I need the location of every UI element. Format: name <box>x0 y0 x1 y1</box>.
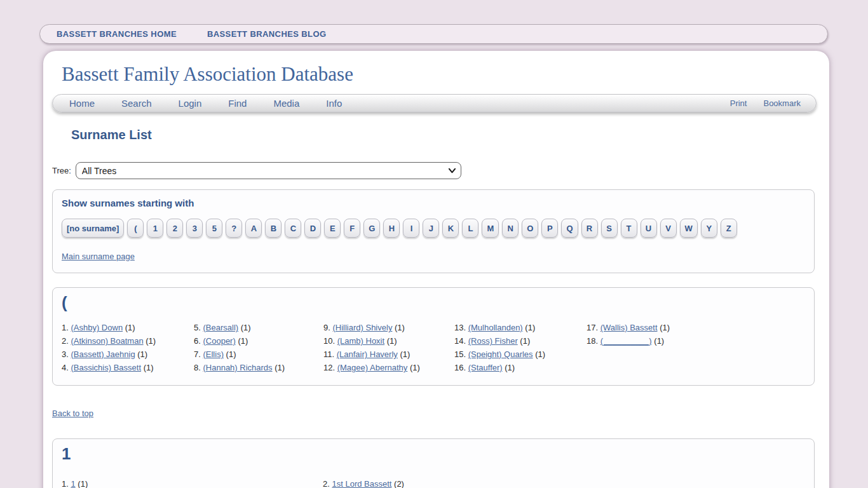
surname-letter-button-r[interactable]: R <box>581 219 598 238</box>
surname-count: (1) <box>395 323 405 332</box>
surname-letter-button-v[interactable]: V <box>660 219 677 238</box>
nav-item-search[interactable]: Search <box>121 98 152 109</box>
nav-item-home[interactable]: Home <box>69 98 95 109</box>
surname-letter-button-2[interactable]: 2 <box>166 219 183 238</box>
nav-item-print[interactable]: Print <box>730 98 747 108</box>
surname-letter-button-[interactable]: ? <box>226 219 242 238</box>
surname-letter-button-w[interactable]: W <box>680 219 698 238</box>
surname-letter-button-a[interactable]: A <box>245 219 262 238</box>
tree-select[interactable]: All Trees <box>76 162 461 179</box>
surname-letter-button-nosurname[interactable]: [no surname] <box>62 219 124 238</box>
main-panel: Bassett Family Association Database Home… <box>43 51 829 488</box>
surname-letter-button-j[interactable]: J <box>423 219 439 238</box>
surname-list-item: 4. (Bassichis) Bassett (1) <box>62 361 194 374</box>
surname-list-item: 2. 1st Lord Bassett (2) <box>323 477 805 488</box>
surname-letter-button-d[interactable]: D <box>304 219 321 238</box>
surname-link[interactable]: (Lamb) Hoxit <box>337 336 384 346</box>
surname-link[interactable]: (Hilliard) Shively <box>332 323 392 332</box>
nav-item-login[interactable]: Login <box>179 98 202 109</box>
surname-count: (1) <box>78 479 88 488</box>
surname-item-number: 9. <box>323 323 330 332</box>
surname-letter-button-p[interactable]: P <box>541 219 558 238</box>
surname-item-number: 13. <box>454 323 466 332</box>
surname-letter-button-b[interactable]: B <box>265 219 281 238</box>
surname-letter-button-k[interactable]: K <box>442 219 459 238</box>
topbar-link-bassett-branches-home[interactable]: BASSETT BRANCHES HOME <box>57 29 177 39</box>
surname-letter-button-u[interactable]: U <box>641 219 657 238</box>
surname-item-number: 17. <box>587 323 598 332</box>
surname-letter-button-z[interactable]: Z <box>721 219 737 238</box>
surname-link[interactable]: (Stauffer) <box>468 363 503 372</box>
alpha-nav-heading: Show surnames starting with <box>62 198 805 208</box>
surname-link[interactable]: (Mulhollanden) <box>468 323 523 332</box>
surname-link[interactable]: (Lanfair) Haverly <box>337 349 398 359</box>
surname-link[interactable]: (Wallis) Bassett <box>600 323 658 332</box>
site-title: Bassett Family Association Database <box>62 63 829 86</box>
surname-letter-button-3[interactable]: 3 <box>186 219 203 238</box>
surname-link[interactable]: (Hannah) Richards <box>203 363 272 372</box>
surname-letter-button-c[interactable]: C <box>285 219 301 238</box>
surname-list-item: 16. (Stauffer) (1) <box>454 361 587 374</box>
surname-link[interactable]: (Ellis) <box>203 349 224 359</box>
surname-item-number: 8. <box>194 363 201 372</box>
surname-item-number: 1. <box>62 479 69 488</box>
surname-link[interactable]: (Bearsall) <box>203 323 238 332</box>
surname-list-grid: 1. (Ashby) Down (1)2. (Atkinson) Boatman… <box>62 321 805 374</box>
alpha-letter-buttons: [no surname](1235?ABCDEFGHIJKLMNOPQRSTUV… <box>62 219 805 238</box>
surname-link[interactable]: (Atkinson) Boatman <box>71 336 143 346</box>
tree-filter-row: Tree: All Trees <box>52 162 829 179</box>
main-surname-page-link[interactable]: Main surname page <box>62 252 135 261</box>
surname-letter-button-q[interactable]: Q <box>561 219 578 238</box>
surname-letter-button-s[interactable]: S <box>601 219 618 238</box>
surname-letter-button-l[interactable]: L <box>462 219 478 238</box>
surname-link[interactable]: 1st Lord Bassett <box>332 479 391 488</box>
surname-letter-button-h[interactable]: H <box>383 219 400 238</box>
surname-link[interactable]: (Ross) Fisher <box>468 336 518 346</box>
back-to-top-link[interactable]: Back to top <box>52 409 93 418</box>
nav-item-bookmark[interactable]: Bookmark <box>763 98 801 108</box>
surname-list-item: 8. (Hannah) Richards (1) <box>194 361 323 374</box>
surname-count: (1) <box>400 349 410 359</box>
surname-link[interactable]: (Cooper) <box>203 336 235 346</box>
surname-link[interactable]: (__________) <box>600 336 652 346</box>
surname-link[interactable]: (Bassichis) Bassett <box>71 363 141 372</box>
nav-item-info[interactable]: Info <box>326 98 342 109</box>
surname-item-number: 2. <box>62 336 69 346</box>
surname-count: (1) <box>660 323 670 332</box>
topbar-link-bassett-branches-blog[interactable]: BASSETT BRANCHES BLOG <box>207 29 327 39</box>
surname-link[interactable]: 1 <box>71 479 75 488</box>
surname-letter-button-[interactable]: ( <box>127 219 144 238</box>
surname-letter-button-5[interactable]: 5 <box>206 219 222 238</box>
surname-link[interactable]: (Ashby) Down <box>71 323 123 332</box>
surname-count: (1) <box>137 349 147 359</box>
surname-count: (1) <box>410 363 420 372</box>
surname-link[interactable]: (Bassett) Jaehnig <box>71 349 135 359</box>
tree-label: Tree: <box>52 166 71 175</box>
nav-item-media[interactable]: Media <box>273 98 299 109</box>
surname-link[interactable]: (Speight) Quarles <box>468 349 533 359</box>
surname-letter-button-g[interactable]: G <box>363 219 380 238</box>
main-nav: HomeSearchLoginFindMediaInfo PrintBookma… <box>52 94 817 112</box>
alpha-nav-box: Show surnames starting with [no surname]… <box>52 189 815 273</box>
surname-count: (1) <box>241 323 251 332</box>
surname-item-number: 2. <box>323 479 330 488</box>
surname-count: (1) <box>238 336 248 346</box>
surname-count: (1) <box>125 323 135 332</box>
surname-letter-button-f[interactable]: F <box>344 219 360 238</box>
nav-item-find[interactable]: Find <box>228 98 247 109</box>
surname-count: (1) <box>505 363 515 372</box>
surname-count: (1) <box>146 336 156 346</box>
surname-count: (1) <box>525 323 535 332</box>
surname-letter-button-m[interactable]: M <box>482 219 499 238</box>
surname-letter-button-o[interactable]: O <box>522 219 538 238</box>
surname-list-item: 3. (Bassett) Jaehnig (1) <box>62 348 194 361</box>
surname-letter-button-i[interactable]: I <box>403 219 419 238</box>
surname-letter-button-n[interactable]: N <box>502 219 519 238</box>
surname-letter-button-t[interactable]: T <box>621 219 637 238</box>
surname-letter-button-1[interactable]: 1 <box>147 219 163 238</box>
surname-letter-button-y[interactable]: Y <box>701 219 717 238</box>
surname-letter-button-e[interactable]: E <box>324 219 341 238</box>
surname-list-item: 1. (Ashby) Down (1) <box>62 321 194 334</box>
surname-link[interactable]: (Magee) Abernathy <box>337 363 408 372</box>
surname-section-1: 1 1. 1 (1)2. 1st Lord Bassett (2) <box>52 438 815 488</box>
